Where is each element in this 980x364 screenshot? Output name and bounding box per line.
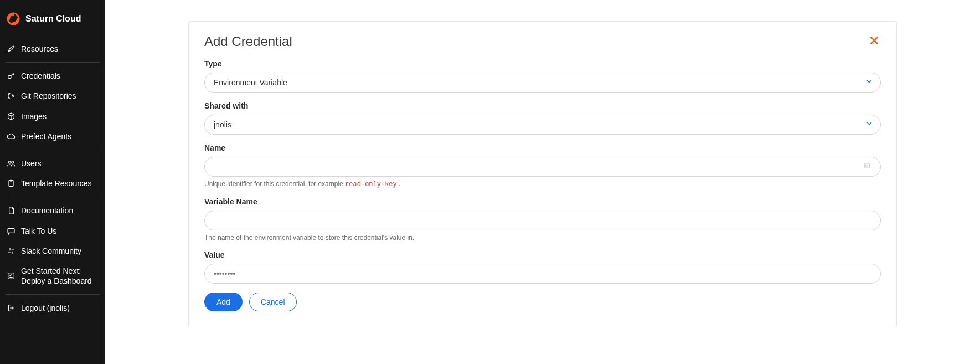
sidebar-item-talk-to-us[interactable]: Talk To Us [0, 221, 105, 241]
sidebar-item-images[interactable]: Images [0, 106, 105, 126]
sidebar-item-documentation[interactable]: Documentation [0, 201, 105, 221]
shared-with-select[interactable]: jnolis [204, 115, 881, 135]
brand-name: Saturn Cloud [25, 14, 81, 24]
name-input[interactable] [204, 157, 881, 177]
svg-point-2 [8, 93, 10, 95]
sidebar-item-label: Slack Community [21, 246, 81, 256]
name-help-code: read-only-key [345, 181, 397, 188]
saturn-logo-icon [7, 12, 20, 25]
checklist-icon [7, 271, 16, 280]
variable-name-label: Variable Name [204, 197, 881, 206]
key-icon [7, 71, 16, 80]
brand: Saturn Cloud [0, 8, 105, 35]
sidebar-item-label: Credentials [21, 71, 60, 81]
sidebar-item-slack-community[interactable]: Slack Community [0, 241, 105, 261]
rocket-icon [7, 44, 16, 53]
sidebar: Saturn Cloud Resources Credentials Git R… [0, 0, 105, 364]
close-icon [869, 38, 880, 48]
logout-icon [7, 304, 16, 312]
sidebar-item-get-started-next[interactable]: Get Started Next: Deploy a Dashboard [0, 261, 105, 291]
contact-card-icon [863, 162, 871, 172]
variable-name-help-text: The name of the environment variable to … [204, 234, 881, 242]
sidebar-item-label: Talk To Us [21, 226, 56, 236]
value-label: Value [204, 250, 881, 259]
sidebar-item-template-resources[interactable]: Template Resources [0, 173, 105, 193]
sidebar-item-label: Logout (jnolis) [21, 303, 70, 313]
sidebar-item-label: Git Repositories [21, 91, 76, 101]
file-icon [7, 206, 16, 215]
close-button[interactable] [868, 34, 881, 49]
sidebar-item-label: Documentation [21, 206, 73, 216]
chat-icon [7, 227, 16, 235]
name-help-text: Unique identifier for this credential, f… [204, 180, 881, 188]
sidebar-item-label: Resources [21, 44, 58, 54]
sidebar-item-label: Template Resources [21, 178, 92, 188]
sidebar-item-label: Images [21, 111, 47, 121]
svg-point-12 [866, 165, 867, 166]
value-input[interactable] [204, 264, 881, 284]
sidebar-item-logout[interactable]: Logout (jnolis) [0, 298, 105, 318]
svg-point-5 [8, 161, 11, 163]
svg-rect-10 [8, 273, 14, 279]
sidebar-item-git-repositories[interactable]: Git Repositories [0, 86, 105, 106]
cancel-button[interactable]: Cancel [249, 293, 297, 311]
svg-rect-9 [8, 228, 14, 233]
variable-name-input[interactable] [204, 211, 881, 230]
cube-icon [7, 112, 16, 121]
slack-icon [7, 247, 16, 255]
sidebar-item-credentials[interactable]: Credentials [0, 66, 105, 86]
clipboard-icon [7, 179, 16, 188]
svg-point-6 [12, 161, 14, 163]
sidebar-item-resources[interactable]: Resources [0, 39, 105, 59]
add-credential-card: Add Credential Type Environment Variable… [188, 21, 897, 327]
sidebar-item-label: Prefect Agents [21, 131, 71, 141]
sidebar-item-label: Users [21, 158, 42, 168]
type-select[interactable]: Environment Variable [204, 73, 881, 93]
main-content: Add Credential Type Environment Variable… [105, 0, 980, 364]
type-label: Type [204, 59, 881, 68]
sidebar-item-users[interactable]: Users [0, 153, 105, 173]
git-icon [7, 91, 16, 100]
svg-point-3 [8, 98, 10, 99]
add-button[interactable]: Add [204, 293, 243, 311]
svg-point-1 [8, 76, 11, 79]
cloud-icon [7, 132, 16, 141]
name-label: Name [204, 143, 881, 152]
sidebar-item-label: Get Started Next: Deploy a Dashboard [21, 266, 99, 286]
sidebar-item-prefect-agents[interactable]: Prefect Agents [0, 126, 105, 146]
users-icon [7, 159, 16, 168]
card-title: Add Credential [204, 34, 292, 49]
shared-with-label: Shared with [204, 101, 881, 110]
